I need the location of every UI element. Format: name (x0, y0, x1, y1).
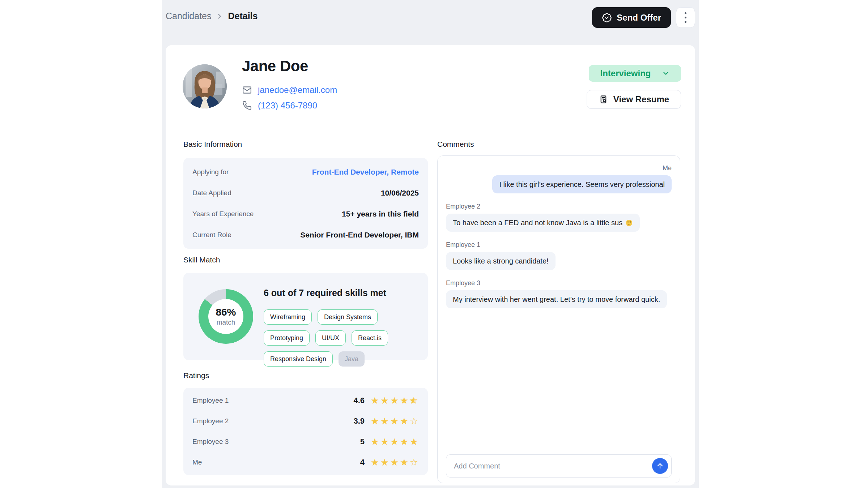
skill-chip: React.is (352, 330, 388, 346)
skill-match-card: 86% match 6 out of 7 required skills met… (183, 273, 428, 360)
ratings-card: Employee 14.6★★★★☆★Employee 23.9★★★★☆Emp… (183, 388, 428, 475)
comment-text: I like this girl’s experience. Seems ver… (499, 180, 665, 189)
mail-icon (242, 85, 252, 95)
info-row: Applying forFront-End Developer, Remote (183, 162, 428, 183)
star-rating: ★★★★☆ (370, 458, 419, 467)
comment-message: Employee 1Looks like a strong candidate! (446, 241, 672, 270)
comments-messages: MeI like this girl’s experience. Seems v… (446, 164, 672, 318)
star-empty-icon: ☆ (409, 416, 419, 426)
star-full-icon: ★ (370, 458, 380, 467)
arrow-up-icon (656, 462, 664, 470)
star-empty-icon: ☆ (409, 458, 419, 467)
comment-author: Employee 2 (446, 203, 672, 210)
badge-check-icon (602, 13, 612, 23)
skill-chip: Design Systems (318, 309, 378, 325)
star-full-icon: ★ (399, 396, 409, 405)
view-resume-label: View Resume (613, 94, 669, 104)
comment-input-row (446, 454, 672, 478)
rater-name: Employee 3 (192, 438, 360, 446)
info-row: Current RoleSenior Front-End Developer, … (183, 224, 428, 245)
match-percent-sublabel: match (217, 318, 235, 326)
rater-name: Employee 2 (192, 417, 353, 425)
star-full-icon: ★ (380, 458, 390, 467)
comment-bubble: My interview with her went great. Let’s … (446, 290, 667, 308)
chevron-down-icon (662, 69, 670, 77)
skill-match-donut-chart: 86% match (199, 289, 253, 344)
skill-match-title: Skill Match (183, 256, 220, 264)
comment-bubble: To have been a FED and not know Java is … (446, 214, 640, 232)
info-row-label: Current Role (192, 231, 231, 239)
comment-message: Employee 2To have been a FED and not kno… (446, 203, 672, 232)
comment-text: Looks like a strong candidate! (453, 257, 549, 265)
rating-score: 4.6 (353, 396, 365, 405)
status-dropdown[interactable]: Interviewing (589, 65, 681, 82)
rating-score: 3.9 (353, 416, 365, 426)
status-label: Interviewing (600, 68, 651, 78)
top-actions: Send Offer (162, 7, 699, 28)
rating-score: 4 (360, 458, 365, 467)
skill-chip: UI/UX (315, 330, 346, 346)
rating-row: Employee 35★★★★★ (183, 432, 428, 452)
ratings-title: Ratings (183, 371, 209, 380)
send-offer-label: Send Offer (617, 13, 661, 23)
skills-met-headline: 6 out of 7 required skills met (264, 287, 420, 298)
star-full-icon: ★ (399, 416, 409, 426)
info-row-value: 10/06/2025 (381, 189, 419, 197)
skill-chips: WireframingDesign SystemsPrototypingUI/U… (264, 309, 420, 367)
rater-name: Me (192, 458, 360, 466)
basic-info-title: Basic Information (183, 140, 242, 149)
divider (176, 125, 686, 125)
candidate-phone-link[interactable]: (123) 456-7890 (258, 100, 317, 111)
info-row-value: 15+ years in this field (342, 210, 419, 218)
send-offer-button[interactable]: Send Offer (592, 7, 671, 28)
star-full-icon: ★ (390, 416, 399, 426)
star-full-icon: ★ (390, 437, 399, 446)
info-row-value: Senior Front-End Developer, IBM (300, 231, 419, 239)
star-rating: ★★★★★ (370, 437, 419, 446)
comment-author: Employee 3 (446, 279, 672, 287)
rating-row: Me4★★★★☆ (183, 452, 428, 473)
star-rating: ★★★★☆★ (370, 396, 419, 405)
star-half-icon: ☆★ (409, 396, 419, 405)
info-row-label: Years of Experience (192, 210, 254, 218)
candidate-name: Jane Doe (242, 57, 308, 75)
rating-row: Employee 14.6★★★★☆★ (183, 390, 428, 411)
star-full-icon: ★ (380, 416, 390, 426)
comment-text: To have been a FED and not know Java is … (453, 218, 622, 227)
skill-chip: Prototyping (264, 330, 310, 346)
comment-message: Employee 3My interview with her went gre… (446, 279, 672, 308)
thinking-face-emoji (625, 219, 633, 227)
candidate-email-link[interactable]: janedoe@email.com (258, 85, 337, 95)
kebab-dot (685, 21, 686, 23)
star-full-icon: ★ (399, 458, 409, 467)
file-search-icon (599, 95, 608, 104)
star-rating: ★★★★☆ (370, 416, 419, 426)
rating-row: Employee 23.9★★★★☆ (183, 411, 428, 432)
phone-icon (242, 101, 252, 110)
add-comment-input[interactable] (446, 454, 672, 478)
star-full-icon: ★ (390, 458, 399, 467)
view-resume-button[interactable]: View Resume (587, 90, 681, 109)
comment-author: Employee 1 (446, 241, 672, 249)
comments-title: Comments (437, 140, 474, 149)
match-percent: 86% (216, 307, 236, 318)
comment-bubble: I like this girl’s experience. Seems ver… (492, 175, 672, 193)
star-full-icon: ★ (370, 396, 380, 405)
skill-chip: Responsive Design (264, 351, 333, 367)
more-options-button[interactable] (676, 7, 695, 28)
candidate-details-card: Jane Doe janedoe@email.com (123) 456-789… (166, 45, 695, 485)
candidate-avatar (183, 64, 227, 108)
info-row-label: Applying for (192, 168, 229, 176)
kebab-dot (685, 12, 686, 14)
skill-chip: Wireframing (264, 309, 312, 325)
comment-bubble: Looks like a strong candidate! (446, 252, 556, 270)
star-full-icon: ★ (370, 416, 380, 426)
star-full-icon: ★ (380, 396, 390, 405)
comment-author: Me (446, 164, 672, 172)
send-comment-button[interactable] (652, 458, 668, 474)
applying-for-link[interactable]: Front-End Developer, Remote (312, 168, 419, 176)
info-row: Years of Experience15+ years in this fie… (183, 204, 428, 224)
star-full-icon: ★ (370, 437, 380, 446)
donut-center: 86% match (208, 299, 243, 334)
rating-score: 5 (360, 437, 365, 446)
